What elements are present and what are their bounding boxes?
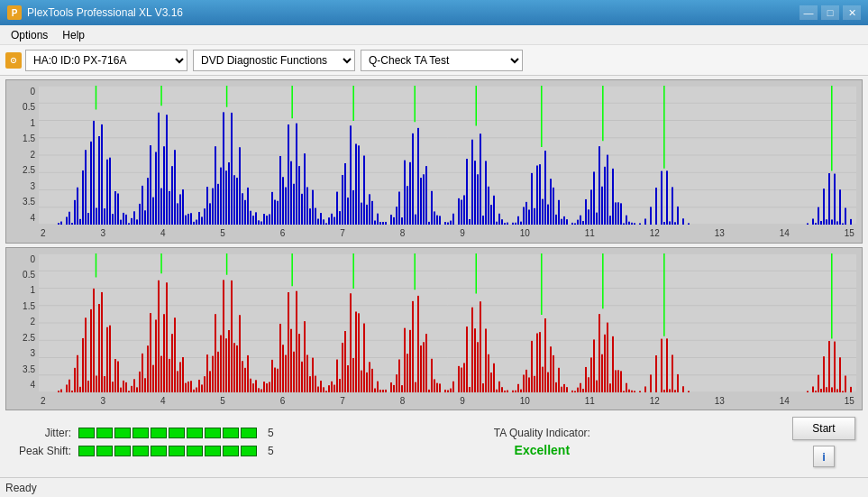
bottom-chart-inner xyxy=(39,253,856,392)
top-chart-container: 4 3.5 3 2.5 2 1.5 1 0.5 0 2 3 4 5 6 7 8 xyxy=(5,79,863,244)
jitter-bar-10 xyxy=(241,428,257,438)
bottom-chart-x-axis: 2 3 4 5 6 7 8 9 10 11 12 13 14 15 xyxy=(39,391,856,410)
top-chart-y-axis: 4 3.5 3 2.5 2 1.5 1 0.5 0 xyxy=(6,86,39,225)
metrics-section: Jitter: 5 Peak Shift: xyxy=(13,427,274,457)
peak-bar-9 xyxy=(223,446,239,456)
peak-bar-3 xyxy=(114,446,131,456)
bottom-chart-y-axis: 4 3.5 3 2.5 2 1.5 1 0.5 0 xyxy=(6,253,39,392)
function-select[interactable]: DVD Diagnostic Functions xyxy=(193,50,355,71)
jitter-label: Jitter: xyxy=(13,427,71,439)
jitter-bar-4 xyxy=(132,428,149,438)
jitter-bar-2 xyxy=(96,428,113,438)
toolbar: ⊙ HA:0 ID:0 PX-716A DVD Diagnostic Funct… xyxy=(0,45,868,76)
drive-select[interactable]: HA:0 ID:0 PX-716A xyxy=(25,50,187,71)
ta-quality-label: TA Quality Indicator: xyxy=(494,427,590,439)
jitter-value: 5 xyxy=(268,427,274,439)
minimize-button[interactable]: — xyxy=(799,5,818,20)
bottom-panel: Jitter: 5 Peak Shift: xyxy=(5,410,863,474)
peak-bar-7 xyxy=(187,446,203,456)
jitter-bars xyxy=(78,428,257,438)
peak-bar-6 xyxy=(169,446,185,456)
drive-select-wrapper: ⊙ HA:0 ID:0 PX-716A xyxy=(5,50,187,71)
peak-bar-10 xyxy=(241,446,257,456)
peak-shift-label: Peak Shift: xyxy=(13,445,71,457)
info-button[interactable]: i xyxy=(813,446,835,467)
menu-options[interactable]: Options xyxy=(4,27,55,43)
ta-section: TA Quality Indicator: Excellent xyxy=(274,427,792,457)
jitter-row: Jitter: 5 xyxy=(13,427,274,439)
jitter-bar-1 xyxy=(78,428,95,438)
peak-shift-bars xyxy=(78,446,257,456)
peak-bar-4 xyxy=(132,446,149,456)
bottom-chart-canvas xyxy=(39,253,856,392)
window-controls: — □ ✕ xyxy=(799,5,861,20)
start-section: Start i xyxy=(792,417,855,467)
status-bar: Ready xyxy=(0,477,868,497)
start-button[interactable]: Start xyxy=(792,417,855,440)
charts-area: 4 3.5 3 2.5 2 1.5 1 0.5 0 2 3 4 5 6 7 8 xyxy=(5,79,863,410)
jitter-bar-6 xyxy=(169,428,185,438)
jitter-bar-8 xyxy=(205,428,221,438)
app-icon: P xyxy=(7,5,22,20)
bottom-chart-container: 4 3.5 3 2.5 2 1.5 1 0.5 0 2 3 4 5 6 7 8 xyxy=(5,247,863,411)
drive-icon: ⊙ xyxy=(5,52,22,69)
peak-bar-1 xyxy=(78,446,95,456)
jitter-bar-9 xyxy=(223,428,239,438)
title-bar: P PlexTools Professional XL V3.16 — □ ✕ xyxy=(0,0,868,25)
jitter-bar-5 xyxy=(151,428,167,438)
peak-bar-8 xyxy=(205,446,221,456)
test-select[interactable]: Q-Check TA Test xyxy=(361,50,523,71)
peak-bar-2 xyxy=(96,446,113,456)
peak-shift-value: 5 xyxy=(268,445,274,457)
top-chart-x-axis: 2 3 4 5 6 7 8 9 10 11 12 13 14 15 xyxy=(39,225,856,243)
top-chart-inner xyxy=(39,86,856,225)
menu-help[interactable]: Help xyxy=(55,27,92,43)
peak-shift-row: Peak Shift: 5 xyxy=(13,445,274,457)
status-text: Ready xyxy=(5,482,37,494)
jitter-bar-3 xyxy=(114,428,131,438)
jitter-bar-7 xyxy=(187,428,203,438)
window-title: PlexTools Professional XL V3.16 xyxy=(27,6,183,19)
ta-quality-value: Excellent xyxy=(515,443,570,457)
peak-bar-5 xyxy=(151,446,167,456)
close-button[interactable]: ✕ xyxy=(843,5,861,20)
menu-bar: Options Help xyxy=(0,25,868,45)
main-content: 4 3.5 3 2.5 2 1.5 1 0.5 0 2 3 4 5 6 7 8 xyxy=(0,76,868,477)
top-chart-canvas xyxy=(39,86,856,225)
maximize-button[interactable]: □ xyxy=(821,5,839,20)
